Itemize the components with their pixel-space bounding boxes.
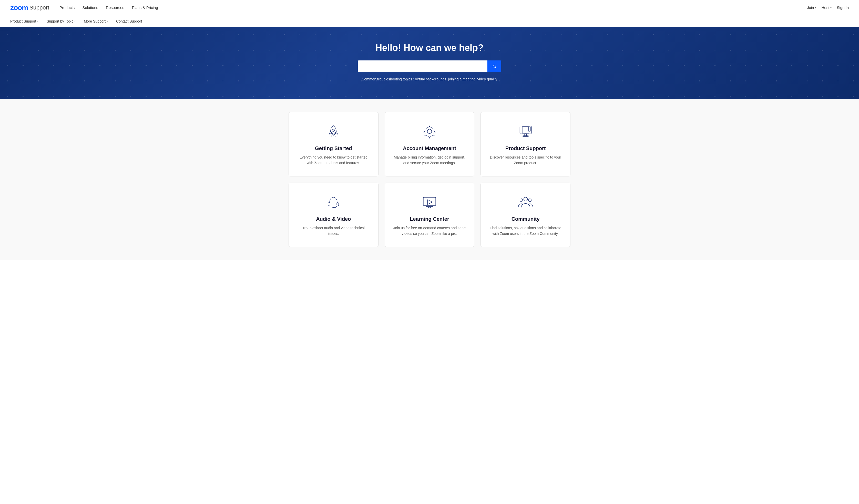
card-community[interactable]: Community Find solutions, ask questions … xyxy=(481,183,570,247)
link-virtual-backgrounds[interactable]: virtual backgrounds xyxy=(415,77,446,81)
card-title-learning-center: Learning Center xyxy=(393,216,467,222)
subnav-product-support[interactable]: Product Support ▾ xyxy=(10,19,39,23)
sub-nav: Product Support ▾ Support by Topic ▾ Mor… xyxy=(0,15,859,27)
chevron-down-icon: ▾ xyxy=(74,20,76,22)
link-video-quality[interactable]: video quality xyxy=(478,77,497,81)
logo-zoom: zoom xyxy=(10,4,28,12)
chevron-down-icon: ▾ xyxy=(107,20,108,22)
card-desc-getting-started: Everything you need to know to get start… xyxy=(297,154,371,166)
svg-rect-6 xyxy=(528,127,530,131)
svg-point-17 xyxy=(528,199,531,202)
svg-rect-5 xyxy=(523,136,528,137)
card-desc-learning-center: Join us for free on-demand courses and s… xyxy=(393,225,467,237)
hero-section: Hello! How can we help? Common troublesh… xyxy=(0,27,859,99)
svg-rect-2 xyxy=(520,126,531,134)
nav-join[interactable]: Join ▾ xyxy=(807,5,816,10)
card-icon-audio-video xyxy=(297,193,371,211)
svg-rect-10 xyxy=(423,197,436,206)
chevron-down-icon: ▾ xyxy=(37,20,39,22)
top-nav-right: Join ▾ Host ▾ Sign In xyxy=(807,5,849,10)
card-account-management[interactable]: Account Management Manage billing inform… xyxy=(385,112,474,176)
svg-rect-7 xyxy=(328,203,330,206)
svg-point-15 xyxy=(524,197,527,201)
monitor-icon xyxy=(518,124,533,139)
nav-plans-pricing[interactable]: Plans & Pricing xyxy=(132,5,158,10)
card-title-community: Community xyxy=(488,216,562,222)
svg-rect-8 xyxy=(337,203,339,206)
svg-point-0 xyxy=(332,129,335,132)
card-desc-community: Find solutions, ask questions and collab… xyxy=(488,225,562,237)
hero-troubleshooting: Common troubleshooting topics : virtual … xyxy=(362,77,497,81)
search-button[interactable] xyxy=(487,60,501,72)
svg-rect-11 xyxy=(424,198,435,205)
card-title-product-support: Product Support xyxy=(488,145,562,151)
card-icon-community xyxy=(488,193,562,211)
gear-icon xyxy=(422,124,437,139)
card-title-account-management: Account Management xyxy=(393,145,467,151)
headphones-icon xyxy=(326,194,341,210)
svg-rect-14 xyxy=(428,207,431,208)
card-audio-video[interactable]: Audio & Video Troubleshoot audio and vid… xyxy=(289,183,378,247)
link-joining-meeting[interactable]: joining a meeting xyxy=(448,77,476,81)
screen-play-icon xyxy=(422,194,437,210)
nav-host[interactable]: Host ▾ xyxy=(821,5,832,10)
nav-products[interactable]: Products xyxy=(59,5,75,10)
subnav-contact-support[interactable]: Contact Support xyxy=(116,19,142,23)
card-title-getting-started: Getting Started xyxy=(297,145,371,151)
nav-solutions[interactable]: Solutions xyxy=(82,5,98,10)
logo-support: Support xyxy=(29,4,49,11)
group-icon xyxy=(518,194,533,210)
svg-marker-12 xyxy=(427,200,432,204)
top-nav-links: Products Solutions Resources Plans & Pri… xyxy=(59,5,807,10)
card-product-support[interactable]: Product Support Discover resources and t… xyxy=(481,112,570,176)
card-title-audio-video: Audio & Video xyxy=(297,216,371,222)
svg-point-9 xyxy=(332,207,334,208)
search-input[interactable] xyxy=(358,60,487,72)
card-learning-center[interactable]: Learning Center Join us for free on-dema… xyxy=(385,183,474,247)
logo[interactable]: zoom Support xyxy=(10,4,49,12)
card-icon-account-management xyxy=(393,122,467,140)
subnav-more-support[interactable]: More Support ▾ xyxy=(84,19,108,23)
card-desc-product-support: Discover resources and tools specific to… xyxy=(488,154,562,166)
subnav-support-by-topic[interactable]: Support by Topic ▾ xyxy=(47,19,76,23)
search-bar xyxy=(358,60,501,72)
svg-point-1 xyxy=(427,129,432,134)
nav-sign-in[interactable]: Sign In xyxy=(837,5,849,10)
chevron-down-icon: ▾ xyxy=(830,6,832,9)
cards-grid: Getting Started Everything you need to k… xyxy=(289,112,570,247)
svg-point-16 xyxy=(520,199,523,202)
card-icon-product-support xyxy=(488,122,562,140)
card-icon-getting-started xyxy=(297,122,371,140)
svg-rect-4 xyxy=(525,134,527,136)
chevron-down-icon: ▾ xyxy=(815,6,816,9)
card-icon-learning-center xyxy=(393,193,467,211)
rocket-icon xyxy=(326,124,341,139)
search-icon xyxy=(492,64,497,69)
hero-title: Hello! How can we help? xyxy=(375,43,484,53)
card-getting-started[interactable]: Getting Started Everything you need to k… xyxy=(289,112,378,176)
nav-resources[interactable]: Resources xyxy=(106,5,124,10)
cards-section: Getting Started Everything you need to k… xyxy=(0,99,859,260)
svg-rect-3 xyxy=(522,127,529,133)
card-desc-audio-video: Troubleshoot audio and video technical i… xyxy=(297,225,371,237)
top-nav: zoom Support Products Solutions Resource… xyxy=(0,0,859,15)
card-desc-account-management: Manage billing information, get login su… xyxy=(393,154,467,166)
